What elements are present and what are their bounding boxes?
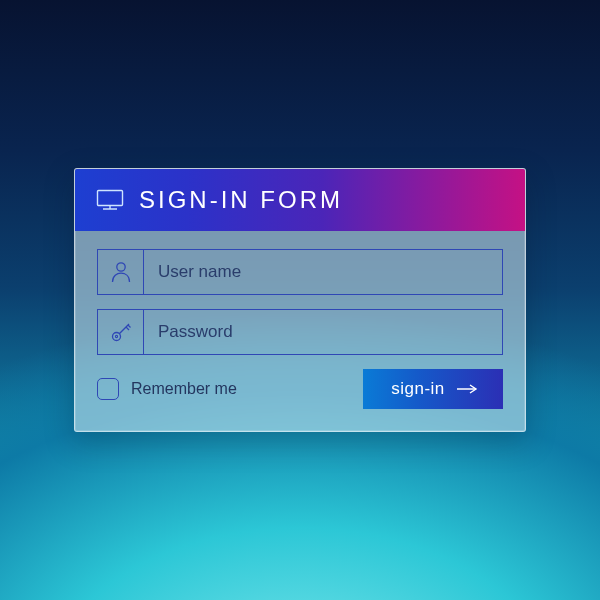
arrow-right-icon <box>457 384 479 394</box>
card-header: SIGN-IN FORM <box>75 169 525 231</box>
svg-line-8 <box>128 325 131 328</box>
signin-card: SIGN-IN FORM <box>74 168 526 432</box>
key-icon <box>98 310 144 354</box>
svg-rect-0 <box>98 191 123 206</box>
signin-button[interactable]: sign-in <box>363 369 503 409</box>
checkbox-icon <box>97 378 119 400</box>
user-icon <box>98 250 144 294</box>
svg-point-5 <box>115 335 117 337</box>
remember-me-label: Remember me <box>131 380 237 398</box>
svg-point-4 <box>112 333 120 341</box>
signin-button-label: sign-in <box>391 379 445 399</box>
username-input[interactable] <box>144 250 502 294</box>
card-body: Remember me sign-in <box>75 231 525 431</box>
password-input[interactable] <box>144 310 502 354</box>
svg-line-7 <box>126 327 129 330</box>
svg-point-3 <box>116 263 124 271</box>
card-title: SIGN-IN FORM <box>139 186 343 214</box>
card-footer: Remember me sign-in <box>97 369 503 409</box>
password-field[interactable] <box>97 309 503 355</box>
remember-me-toggle[interactable]: Remember me <box>97 378 237 400</box>
username-field[interactable] <box>97 249 503 295</box>
monitor-icon <box>97 190 123 210</box>
